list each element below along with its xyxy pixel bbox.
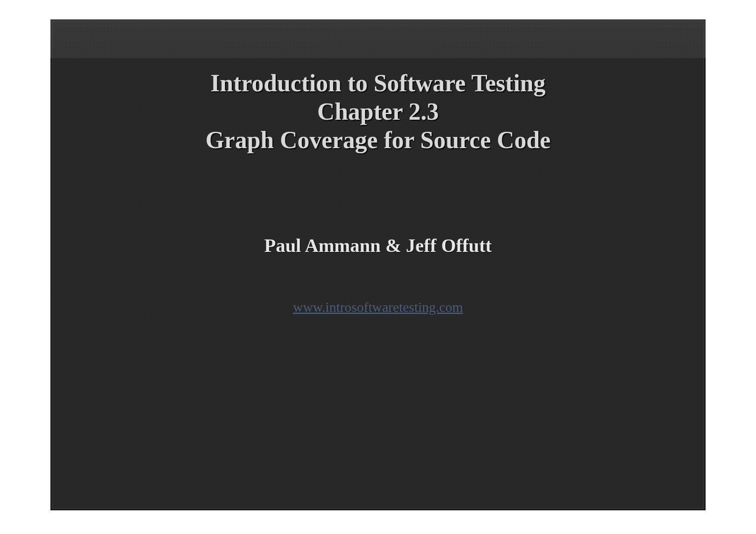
- slide-top-band: [50, 19, 706, 58]
- slide-title-block: Introduction to Software Testing Chapter…: [50, 69, 706, 154]
- slide: Introduction to Software Testing Chapter…: [50, 19, 706, 510]
- title-line-1: Introduction to Software Testing: [50, 69, 706, 97]
- slide-link: www.introsoftwaretesting.com: [50, 299, 706, 315]
- title-line-2: Chapter 2.3: [50, 97, 706, 126]
- website-link[interactable]: www.introsoftwaretesting.com: [293, 299, 463, 315]
- slide-authors: Paul Ammann & Jeff Offutt: [50, 235, 706, 257]
- title-line-3: Graph Coverage for Source Code: [50, 126, 706, 154]
